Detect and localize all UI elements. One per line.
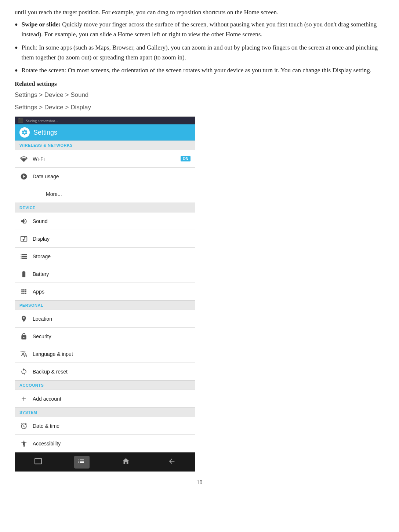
bullet-swipe-rest: Quickly move your finger across the surf… [21,21,377,38]
add-account-label: Add account [33,396,191,402]
settings-item-storage[interactable]: Storage [15,248,195,265]
display-label: Display [33,236,191,242]
recent-apps-button[interactable] [28,456,48,469]
battery-label: Battery [33,271,191,277]
settings-body: WIRELESS & NETWORKS Wi-Fi ON Data usage [15,141,195,452]
security-label: Security [33,334,191,339]
data-usage-label: Data usage [33,174,191,179]
more-label: More... [33,191,191,197]
bullet-swipe-text: Swipe or slide: Quickly move your finger… [21,19,384,39]
accessibility-label: Accessibility [33,441,191,447]
settings-header-title: Settings [33,129,57,136]
bullet-pinch-text: Pinch: In some apps (such as Maps, Brows… [21,43,384,62]
backup-label: Backup & reset [33,369,191,375]
settings-item-language[interactable]: Language & input [15,345,195,363]
settings-item-battery[interactable]: Battery [15,265,195,283]
data-usage-icon [19,172,28,181]
settings-item-apps[interactable]: Apps [15,283,195,300]
bullet-rotate-text: Rotate the screen: On most screens, the … [21,65,371,75]
storage-label: Storage [33,254,191,259]
section-wireless: WIRELESS & NETWORKS [15,141,195,150]
settings-item-sound[interactable]: Sound [15,212,195,230]
wifi-label: Wi-Fi [33,156,176,162]
backup-icon [19,367,28,376]
bullet-swipe-bold: Swipe or slide: [21,21,60,28]
screenshot-saving-text: Saving screenshot... [26,119,58,123]
settings-item-datetime[interactable]: Date & time [15,417,195,435]
multitask-button[interactable] [74,456,90,469]
bullet-pinch: Pinch: In some apps (such as Maps, Brows… [15,43,384,62]
apps-icon [19,287,28,296]
settings-item-wifi[interactable]: Wi-Fi ON [15,150,195,168]
display-icon [19,234,28,243]
battery-icon [19,270,28,278]
bullet-rotate: Rotate the screen: On most screens, the … [15,65,384,75]
gear-svg [21,129,28,136]
settings-item-data-usage[interactable]: Data usage [15,168,195,185]
bullet-swipe: Swipe or slide: Quickly move your finger… [15,19,384,39]
language-icon [19,350,28,358]
back-button[interactable] [162,456,182,469]
page-number: 10 [15,479,384,486]
settings-item-accessibility[interactable]: Accessibility [15,435,195,452]
settings-link-display: Settings > Device > Display [15,104,384,111]
bullet-list: Swipe or slide: Quickly move your finger… [15,19,384,75]
location-icon [19,314,28,323]
screenshot-icon: ⬛ [18,118,23,123]
accessibility-icon [19,439,28,448]
section-device: DEVICE [15,203,195,212]
location-label: Location [33,316,191,322]
datetime-label: Date & time [33,423,191,429]
add-account-icon [19,394,28,403]
wifi-icon [19,154,28,163]
more-icon [19,190,28,198]
gear-icon [19,127,30,138]
sound-label: Sound [33,218,191,224]
settings-header: Settings [15,124,195,141]
settings-item-display[interactable]: Display [15,230,195,248]
settings-item-location[interactable]: Location [15,310,195,328]
settings-item-security[interactable]: Security [15,328,195,345]
storage-icon [19,252,28,261]
bottom-nav [15,452,195,471]
settings-item-backup[interactable]: Backup & reset [15,363,195,380]
screenshot-saving-bar: ⬛ Saving screenshot... [15,117,195,124]
settings-item-more[interactable]: More... [15,185,195,203]
settings-link-sound: Settings > Device > Sound [15,91,384,99]
security-icon [19,332,28,341]
intro-line1: until you reach the target position. For… [15,7,384,17]
home-button[interactable] [116,456,136,469]
section-accounts: ACCOUNTS [15,380,195,390]
apps-label: Apps [33,289,191,295]
sound-icon [19,217,28,226]
datetime-icon [19,422,28,430]
android-screenshot: ⬛ Saving screenshot... Settings WIRELESS… [15,116,195,472]
settings-item-add-account[interactable]: Add account [15,390,195,408]
section-personal: PERSONAL [15,300,195,310]
section-system: SYSTEM [15,408,195,417]
wifi-toggle[interactable]: ON [181,156,191,161]
related-settings-heading: Related settings [15,80,384,88]
language-label: Language & input [33,351,191,357]
page-content: until you reach the target position. For… [0,0,399,500]
